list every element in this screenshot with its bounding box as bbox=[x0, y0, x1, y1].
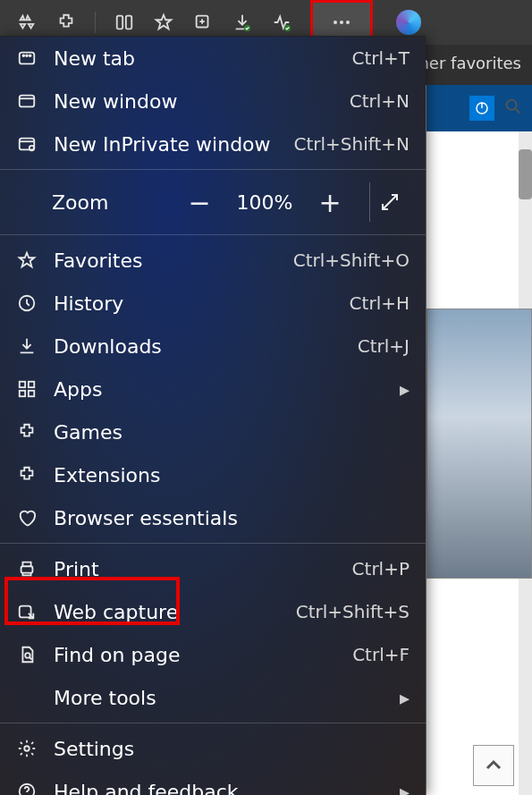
favorites-bar-text[interactable]: her favorites bbox=[418, 54, 521, 72]
extension-icon[interactable] bbox=[55, 12, 77, 33]
fullscreen-button[interactable] bbox=[369, 182, 410, 222]
menu-label: New window bbox=[54, 90, 334, 113]
svg-rect-22 bbox=[21, 566, 33, 572]
menu-shortcut: Ctrl+T bbox=[351, 47, 410, 69]
star-icon bbox=[16, 249, 38, 271]
menu-label: Games bbox=[54, 421, 410, 444]
scrollbar-thumb[interactable] bbox=[519, 149, 532, 199]
menu-separator bbox=[0, 169, 426, 170]
svg-rect-20 bbox=[20, 391, 25, 396]
menu-separator bbox=[0, 723, 426, 723]
menu-shortcut: Ctrl+Shift+O bbox=[293, 249, 410, 271]
svg-rect-14 bbox=[20, 96, 35, 107]
split-screen-icon[interactable] bbox=[114, 12, 135, 33]
svg-point-16 bbox=[30, 146, 35, 151]
menu-print[interactable]: Print Ctrl+P bbox=[0, 547, 426, 590]
menu-games[interactable]: Games bbox=[0, 410, 426, 453]
window-icon bbox=[16, 90, 38, 112]
svg-rect-21 bbox=[29, 391, 34, 396]
svg-rect-15 bbox=[20, 139, 35, 150]
menu-shortcut: Ctrl+J bbox=[358, 335, 410, 357]
chevron-right-icon: ▸ bbox=[400, 378, 410, 401]
page-content: ▲ bbox=[426, 85, 532, 795]
menu-shortcut: Ctrl+Shift+S bbox=[296, 601, 410, 622]
menu-label: Favorites bbox=[54, 249, 277, 272]
copilot-icon[interactable] bbox=[396, 10, 421, 35]
menu-help-feedback[interactable]: Help and feedback ▸ bbox=[0, 770, 426, 795]
page-image bbox=[426, 309, 532, 579]
svg-point-26 bbox=[20, 784, 35, 795]
menu-new-tab[interactable]: New tab Ctrl+T bbox=[0, 37, 426, 80]
menu-label: Browser essentials bbox=[54, 507, 410, 529]
menu-favorites[interactable]: Favorites Ctrl+Shift+O bbox=[0, 239, 426, 282]
more-icon bbox=[331, 12, 352, 33]
chevron-right-icon: ▸ bbox=[400, 781, 410, 796]
menu-history[interactable]: History Ctrl+H bbox=[0, 282, 426, 325]
zoom-out-button[interactable]: − bbox=[180, 182, 219, 222]
menu-label: Find on page bbox=[54, 644, 336, 666]
new-tab-icon bbox=[16, 47, 38, 69]
zoom-value: 100% bbox=[233, 191, 296, 214]
menu-label: More tools bbox=[54, 687, 410, 709]
menu-label: Settings bbox=[54, 738, 410, 760]
svg-point-11 bbox=[22, 55, 24, 56]
fullscreen-icon bbox=[379, 191, 401, 213]
menu-find-on-page[interactable]: Find on page Ctrl+F bbox=[0, 633, 426, 676]
power-icon[interactable] bbox=[469, 96, 494, 121]
apps-icon bbox=[16, 378, 38, 400]
collections-icon[interactable] bbox=[192, 12, 214, 33]
games-icon bbox=[16, 421, 38, 443]
menu-label: History bbox=[54, 292, 334, 315]
menu-new-window[interactable]: New window Ctrl+N bbox=[0, 80, 426, 123]
svg-rect-23 bbox=[20, 606, 31, 618]
menu-label: Web capture bbox=[54, 601, 280, 623]
menu-label: Extensions bbox=[54, 464, 410, 486]
web-capture-icon bbox=[16, 601, 38, 622]
svg-point-25 bbox=[24, 746, 30, 751]
inprivate-icon bbox=[16, 133, 38, 155]
menu-apps[interactable]: Apps ▸ bbox=[0, 368, 426, 410]
svg-rect-19 bbox=[29, 382, 34, 387]
svg-rect-1 bbox=[126, 16, 131, 30]
svg-point-6 bbox=[340, 21, 343, 24]
recycle-icon[interactable] bbox=[16, 12, 38, 33]
heart-pulse-icon bbox=[16, 507, 38, 529]
menu-label: New tab bbox=[54, 47, 335, 70]
menu-web-capture[interactable]: Web capture Ctrl+Shift+S bbox=[0, 590, 426, 633]
chevron-right-icon: ▸ bbox=[400, 687, 410, 709]
menu-more-tools[interactable]: More tools ▸ bbox=[0, 676, 426, 719]
menu-label: Print bbox=[54, 558, 336, 580]
find-icon bbox=[16, 644, 38, 665]
extensions-icon bbox=[16, 464, 38, 486]
history-icon bbox=[16, 292, 38, 314]
menu-separator bbox=[0, 543, 426, 544]
menu-label: New InPrivate window bbox=[54, 133, 277, 156]
menu-downloads[interactable]: Downloads Ctrl+J bbox=[0, 325, 426, 368]
svg-point-13 bbox=[30, 55, 31, 56]
menu-shortcut: Ctrl+F bbox=[352, 644, 410, 665]
menu-shortcut: Ctrl+Shift+N bbox=[293, 133, 410, 155]
menu-browser-essentials[interactable]: Browser essentials bbox=[0, 496, 426, 539]
menu-shortcut: Ctrl+H bbox=[350, 292, 410, 314]
svg-point-5 bbox=[334, 21, 337, 24]
menu-settings[interactable]: Settings bbox=[0, 727, 426, 770]
search-icon[interactable] bbox=[503, 97, 523, 121]
app-window: her favorites ▲ New tab Ctrl+T New windo… bbox=[0, 0, 532, 795]
download-icon bbox=[16, 335, 38, 357]
favorites-icon[interactable] bbox=[153, 12, 174, 33]
svg-point-7 bbox=[346, 21, 350, 24]
downloads-icon[interactable] bbox=[232, 12, 253, 33]
menu-shortcut: Ctrl+N bbox=[350, 90, 410, 112]
zoom-in-button[interactable]: + bbox=[310, 182, 350, 222]
menu-new-inprivate[interactable]: New InPrivate window Ctrl+Shift+N bbox=[0, 123, 426, 165]
menu-separator bbox=[0, 234, 426, 235]
svg-point-12 bbox=[26, 55, 28, 56]
performance-icon[interactable] bbox=[271, 12, 292, 33]
gear-icon bbox=[16, 738, 38, 759]
menu-zoom-row: Zoom − 100% + bbox=[0, 173, 426, 231]
zoom-label: Zoom bbox=[52, 191, 165, 214]
svg-rect-18 bbox=[20, 382, 25, 387]
svg-point-9 bbox=[507, 99, 517, 109]
menu-extensions[interactable]: Extensions bbox=[0, 453, 426, 496]
back-to-top-button[interactable] bbox=[473, 745, 514, 786]
